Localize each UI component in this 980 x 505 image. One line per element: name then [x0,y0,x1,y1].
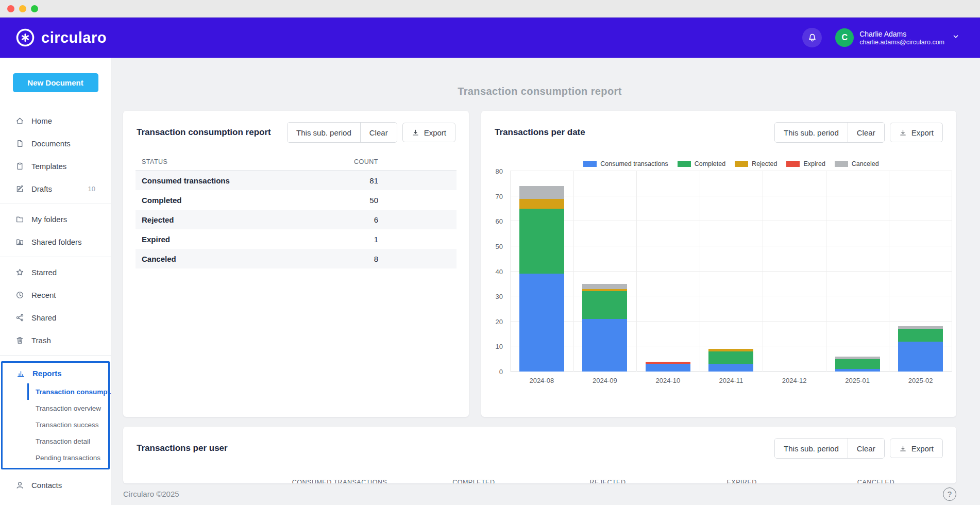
bar-segment-consumed-transactions[interactable] [646,364,690,372]
bar-segment-consumed-transactions[interactable] [835,369,880,372]
bar-segment-completed[interactable] [519,209,564,274]
bar-segment-canceled[interactable] [582,284,627,289]
column-header-consumed-transactions: CONSUMED TRANSACTIONS [273,479,407,483]
table-row-completed[interactable]: Completed50 [136,190,457,210]
legend-label: Rejected [752,160,777,167]
chart-x-label: 2025-02 [889,377,952,384]
export-button[interactable]: Export [890,439,943,458]
legend-item-rejected[interactable]: Rejected [735,160,777,167]
sidebar-item-recent[interactable]: Recent [0,283,111,306]
bar-segment-completed[interactable] [898,329,943,341]
bar-segment-consumed-transactions[interactable] [898,342,943,372]
sidebar-item-my-folders[interactable]: My folders [0,208,111,230]
table-row-consumed-transactions[interactable]: Consumed transactions81 [136,171,457,190]
period-filter-button[interactable]: This sub. period [288,123,360,142]
bar-segment-completed[interactable] [835,359,880,369]
clear-filter-button[interactable]: Clear [848,439,884,458]
download-icon [899,129,907,137]
table-header-row: STATUSCOUNT [136,153,457,171]
sidebar-divider [0,257,111,257]
sidebar-item-drafts[interactable]: Drafts10 [0,177,111,200]
sidebar-subitem-transaction-detail[interactable]: Transaction detail [27,433,108,449]
notifications-button[interactable] [802,28,822,47]
sidebar-item-templates[interactable]: Templates [0,155,111,177]
bar-segment-rejected[interactable] [519,199,564,209]
legend-item-completed[interactable]: Completed [678,160,725,167]
sidebar-item-shared-folders[interactable]: Shared folders [0,230,111,253]
chart-x-label: 2024-10 [636,377,700,384]
column-header-completed: COMPLETED [407,479,540,483]
clear-filter-button[interactable]: Clear [848,123,884,142]
page-title: Transaction consumption report [123,86,956,97]
sidebar-item-shared[interactable]: Shared [0,306,111,329]
legend-label: Canceled [852,160,879,167]
sidebar-subitem-pending-transactions[interactable]: Pending transactions [27,449,108,466]
chart-bar-group-2024-09[interactable] [573,171,637,372]
chart-y-tick-label: 20 [496,317,503,325]
chart-bar-group-2024-12[interactable] [763,171,826,372]
legend-item-canceled[interactable]: Canceled [835,160,879,167]
bar-segment-consumed-transactions[interactable] [519,274,564,372]
period-filter-button[interactable]: This sub. period [775,123,848,142]
legend-label: Expired [803,160,825,167]
chevron-down-icon [950,33,959,42]
sidebar-divider [0,204,111,204]
table-row-canceled[interactable]: Canceled8 [136,249,457,268]
app-header: circularo C Charlie Adams charlie.adams@… [0,18,980,58]
sidebar-subitem-transaction-overview[interactable]: Transaction overview [27,400,108,416]
share-icon [15,313,24,322]
help-button[interactable]: ? [943,487,956,501]
page-footer: Circularo ©2025 ? [123,483,956,505]
sidebar-item-label: Drafts [31,184,81,193]
bar-segment-consumed-transactions[interactable] [708,364,753,372]
brand-logo[interactable]: circularo [15,28,107,47]
circularo-logo-icon [15,28,35,47]
sidebar-subitem-transaction-consumpt[interactable]: Transaction consumpt... [27,383,108,400]
bar-segment-completed[interactable] [708,351,753,364]
table-row-expired[interactable]: Expired1 [136,229,457,249]
legend-item-consumed-transactions[interactable]: Consumed transactions [583,160,668,167]
export-label: Export [911,128,934,137]
sidebar-contacts-wrap: Contacts [0,474,111,496]
sidebar-item-home[interactable]: Home [0,109,111,132]
chart-y-tick-label: 30 [496,293,503,300]
count-cell: 50 [286,196,457,205]
window-zoom-button[interactable] [31,5,38,12]
chart-bar-group-2024-11[interactable] [700,171,763,372]
chart-x-label: 2024-09 [573,377,637,384]
sidebar-item-trash[interactable]: Trash [0,329,111,351]
export-button[interactable]: Export [890,123,943,142]
bar-segment-canceled[interactable] [519,186,564,198]
chart-bar-2025-02 [898,171,943,372]
legend-swatch [786,161,800,167]
column-header-rejected: REJECTED [540,479,674,483]
legend-label: Completed [695,160,725,167]
chart-bar-group-2025-01[interactable] [826,171,889,372]
count-cell: 6 [286,215,457,224]
legend-swatch [678,161,691,167]
sidebar-item-documents[interactable]: Documents [0,132,111,155]
chart-bar-2024-10 [646,171,690,372]
clear-filter-button[interactable]: Clear [360,123,397,142]
legend-item-expired[interactable]: Expired [786,160,825,167]
window-close-button[interactable] [7,5,14,12]
new-document-button[interactable]: New Document [13,73,98,92]
sidebar-item-reports[interactable]: Reports [3,363,108,383]
chart-bar-group-2024-08[interactable] [510,171,573,372]
sidebar-item-contacts[interactable]: Contacts [0,474,111,496]
user-menu[interactable]: C Charlie Adams charlie.adams@circularo.… [835,28,959,47]
sidebar-item-starred[interactable]: Starred [0,261,111,283]
period-filter-button[interactable]: This sub. period [775,439,848,458]
bar-segment-consumed-transactions[interactable] [582,319,627,372]
star-icon [15,268,24,277]
table-row-rejected[interactable]: Rejected6 [136,210,457,229]
chart-bar-group-2025-02[interactable] [889,171,952,372]
bar-segment-completed[interactable] [582,291,627,318]
window-minimize-button[interactable] [19,5,26,12]
legend-swatch [835,161,848,167]
chart-bar-group-2024-10[interactable] [636,171,700,372]
download-icon [412,129,419,137]
sidebar-subitem-transaction-success[interactable]: Transaction success [27,416,108,433]
export-button[interactable]: Export [402,123,455,142]
chart-bar-2024-08 [519,171,564,372]
